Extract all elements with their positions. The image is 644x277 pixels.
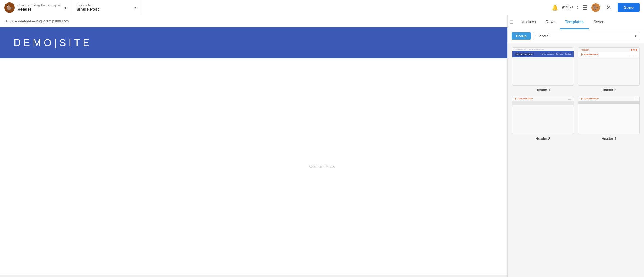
template-thumb-header1: 1-800-999-9999 — hi@loremipsum.com WordP… <box>512 47 574 86</box>
template-item-header2[interactable]: ≡ content 🦫 BeaverBuilder — — — <box>578 47 640 92</box>
template-label-header3: Header 3 <box>512 137 574 141</box>
topbar-editing-section: 🦫 Currently Editing Themer Layout Header… <box>0 0 71 15</box>
tab-saved[interactable]: Saved <box>589 15 609 29</box>
menu-lines-icon[interactable]: ☰ <box>583 4 587 11</box>
topbar-layout-info: Currently Editing Themer Layout Header <box>17 4 61 11</box>
tmpl3-body <box>512 105 574 134</box>
template-item-header3[interactable]: 🦫 BeaverBuilder Header 3 <box>512 96 574 141</box>
template-thumb-header4: 🦫 BeaverBuilder <box>578 96 640 134</box>
preview-chevron-icon[interactable]: ▾ <box>134 5 136 10</box>
preview-value: Single Post <box>76 7 99 11</box>
tmpl4-nav-bar <box>578 101 640 104</box>
template-item-header4[interactable]: 🦫 BeaverBuilder Header 4 <box>578 96 640 141</box>
help-icon[interactable]: ? <box>577 5 578 10</box>
layout-chevron-icon[interactable]: ▾ <box>64 5 66 10</box>
template-item-header1[interactable]: 1-800-999-9999 — hi@loremipsum.com WordP… <box>512 47 574 92</box>
tmpl1-link-about: About ▾ <box>547 53 554 55</box>
content-area-label: Content Area <box>309 164 335 169</box>
tmpl2-brand: ≡ content <box>581 49 589 51</box>
tmpl1-link-home: Home <box>541 53 546 55</box>
tmpl2-nav-line1: — <box>629 54 631 55</box>
tmpl3-logo: 🦫 BeaverBuilder <box>515 98 533 100</box>
tmpl2-dot1 <box>631 49 632 51</box>
panel-filter-row: Group General ▾ <box>508 29 644 43</box>
tmpl2-nav-line2: — <box>632 54 634 55</box>
tmpl1-nav-links: Home About ▾ Services Contact <box>541 53 571 55</box>
category-chevron-icon: ▾ <box>635 34 637 38</box>
template-thumb-header2: ≡ content 🦫 BeaverBuilder — — — <box>578 47 640 86</box>
notification-bell-icon[interactable]: 🔔 <box>551 4 558 11</box>
panel-lines-icon: ☰ <box>510 19 514 25</box>
tmpl4-line2 <box>634 99 637 99</box>
topbar: 🦫 Currently Editing Themer Layout Header… <box>0 0 644 15</box>
tmpl1-logo: WordPress Beta <box>515 53 534 56</box>
tab-rows[interactable]: Rows <box>541 15 560 29</box>
preview-label: Preview As: <box>76 4 99 7</box>
tmpl4-line1 <box>634 98 637 98</box>
tmpl3-nav-bar <box>512 101 574 105</box>
template-label-header1: Header 1 <box>512 88 574 92</box>
user-avatar-icon[interactable]: 🦫 <box>591 3 600 12</box>
tab-templates[interactable]: Templates <box>560 15 589 29</box>
tmpl2-nav: — — — <box>629 54 637 55</box>
group-button[interactable]: Group <box>512 32 531 40</box>
close-icon[interactable]: ✕ <box>604 3 614 13</box>
template-label-header4: Header 4 <box>578 137 640 141</box>
template-label-header2: Header 2 <box>578 88 640 92</box>
tmpl4-logo: 🦫 BeaverBuilder <box>581 98 599 100</box>
template-thumb-header3: 🦫 BeaverBuilder <box>512 96 574 134</box>
panel-tabs: ☰ Modules Rows Templates Saved <box>508 15 644 29</box>
done-button[interactable]: Done <box>618 3 640 12</box>
preview-info: Preview As: Single Post <box>76 4 99 11</box>
tmpl2-dot2 <box>633 49 635 51</box>
canvas: 1-800-999-9999 — hi@loremipsum.com DEMO|… <box>0 15 644 277</box>
tmpl4-topbar: 🦫 BeaverBuilder <box>578 96 640 101</box>
tmpl2-body <box>578 57 640 85</box>
tmpl4-body <box>578 104 640 134</box>
templates-grid: 1-800-999-9999 — hi@loremipsum.com WordP… <box>508 43 644 277</box>
beaver-logo: 🦫 <box>4 2 15 13</box>
editing-label: Currently Editing Themer Layout <box>17 4 61 7</box>
tmpl1-nav-bar: WordPress Beta Home About ▾ Services Con… <box>512 51 574 57</box>
tmpl3-line1 <box>568 98 571 98</box>
contact-info: 1-800-999-9999 — hi@loremipsum.com <box>5 19 69 23</box>
tmpl2-logo: 🦫 BeaverBuilder <box>581 53 599 56</box>
templates-panel: ☰ Modules Rows Templates Saved Group Gen… <box>507 15 644 277</box>
layout-name: Header <box>17 7 61 11</box>
tmpl2-topbar: ≡ content <box>578 48 640 52</box>
category-value: General <box>537 34 549 38</box>
tmpl1-contact: 1-800-999-9999 — hi@loremipsum.com <box>512 48 574 51</box>
topbar-right-actions: 🔔 Edited ? ☰ 🦫 ✕ Done <box>547 3 644 13</box>
tmpl2-nav-line3: — <box>636 54 637 55</box>
tmpl1-link-contact: Contact <box>565 53 571 55</box>
tmpl2-dot3 <box>636 49 637 51</box>
site-logo-text: DEMO|SITE <box>14 37 92 49</box>
tmpl3-line3 <box>568 99 571 100</box>
tab-modules[interactable]: Modules <box>516 15 541 29</box>
tmpl1-link-services: Services <box>556 53 563 55</box>
category-dropdown[interactable]: General ▾ <box>533 32 640 40</box>
tmpl4-lines <box>634 98 637 99</box>
tmpl2-nav-bar: 🦫 BeaverBuilder — — — <box>578 52 640 57</box>
tmpl3-line2 <box>568 99 571 99</box>
preview-section: Preview As: Single Post ▾ <box>71 0 142 15</box>
tmpl3-lines <box>568 98 571 100</box>
edited-label: Edited <box>562 5 573 10</box>
tmpl1-body <box>512 57 574 85</box>
tmpl3-topbar: 🦫 BeaverBuilder <box>512 96 574 101</box>
